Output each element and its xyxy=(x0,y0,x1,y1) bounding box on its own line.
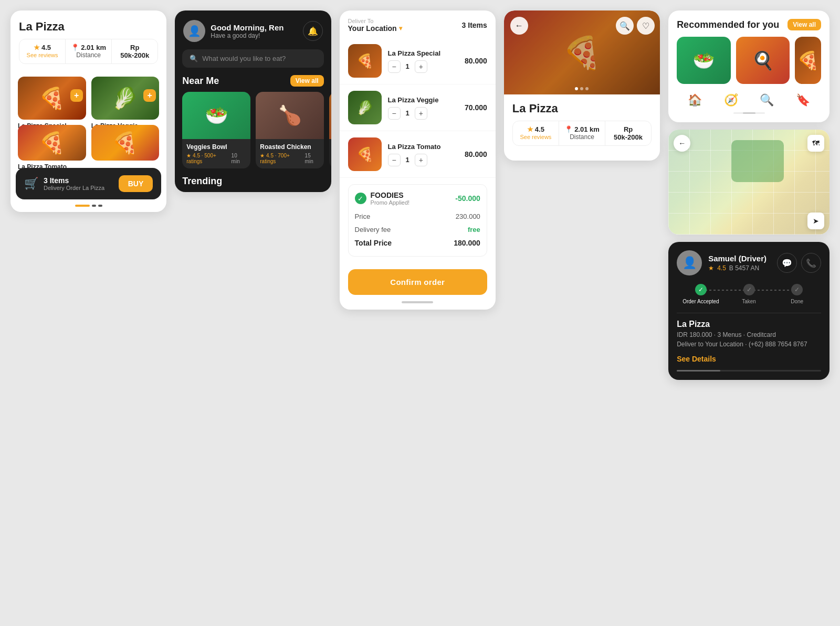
detail-distance-cell: 📍2.01 km Distance xyxy=(559,121,605,145)
nav-home[interactable]: 🏠 xyxy=(680,90,709,110)
rec-card-3[interactable]: 🍕 xyxy=(795,37,821,84)
detail-price-cell: Rp 50k-200k xyxy=(605,121,651,145)
map-layers-button[interactable]: 🗺 xyxy=(807,135,824,152)
restaurant-detail-info-bar: ★4.5 See reviews 📍2.01 km Distance Rp 50… xyxy=(512,121,652,146)
order-summary-name: La Pizza xyxy=(677,320,821,329)
promo-row: ✓ FOODIES Promo Applied! -50.000 xyxy=(355,191,480,206)
price-value: 230.000 xyxy=(456,213,480,220)
driver-info: Samuel (Driver) ★ 4.5 B 5457 AN xyxy=(708,254,771,272)
rec-card-2[interactable]: 🍳 xyxy=(736,37,790,84)
menu-card-veggie: 🥬 + La Pizza Veggie 70.000 xyxy=(91,77,160,120)
menu-header: La Pizza ★4.5 See reviews 📍2.01 km Dista… xyxy=(10,10,166,77)
qty-minus-special[interactable]: − xyxy=(388,60,401,73)
search-bar[interactable]: 🔍 What would you like to eat? xyxy=(182,49,323,68)
detail-see-reviews[interactable]: See reviews xyxy=(520,134,551,140)
qty-minus-tomato[interactable]: − xyxy=(388,154,401,166)
driver-name: Samuel (Driver) xyxy=(708,254,771,263)
qty-plus-tomato[interactable]: + xyxy=(415,154,427,166)
near-me-section-header: Near Me View all xyxy=(175,75,331,92)
qty-plus-special[interactable]: + xyxy=(415,60,427,73)
hero-pagination-dots xyxy=(575,87,589,90)
order-item-tomato: 🍕 La Pizza Tomato − 1 + 80.000 xyxy=(340,131,496,178)
step-label-accepted: Order Accepted xyxy=(682,299,719,304)
buy-button[interactable]: BUY xyxy=(119,175,153,192)
near-stars-chicken: ★ 4.5 · 700+ ratings xyxy=(260,153,304,164)
pagination-dots xyxy=(10,205,166,212)
nav-indicator-thumb xyxy=(743,112,755,114)
order-name-special: La Pizza Special xyxy=(388,49,458,57)
menu-grid: 🍕 + La Pizza Special 80.000 🥬 + La Pizza… xyxy=(10,77,166,168)
nav-compass[interactable]: 🧭 xyxy=(717,90,746,110)
promo-section: ✓ FOODIES Promo Applied! -50.000 Price 2… xyxy=(348,184,487,257)
notification-button[interactable]: 🔔 xyxy=(303,21,323,41)
qty-num-special: 1 xyxy=(406,62,410,70)
map-park-area xyxy=(731,140,784,182)
message-button[interactable]: 💬 xyxy=(777,253,797,273)
home-panel: 👤 Good Morning, Ren Have a good day! 🔔 🔍… xyxy=(175,10,331,192)
near-card-chicken[interactable]: 🍗 Roasted Chicken ★ 4.5 · 700+ ratings 1… xyxy=(256,92,324,168)
restaurant-detail-info: La Pizza ★4.5 See reviews 📍2.01 km Dista… xyxy=(504,94,660,161)
hero-search-button[interactable]: 🔍 xyxy=(616,17,634,35)
near-meta-chicken: ★ 4.5 · 700+ ratings 15 min xyxy=(260,153,320,164)
trending-title: Trending xyxy=(182,176,222,187)
see-reviews-link[interactable]: See reviews xyxy=(27,52,58,58)
near-stars-veggies: ★ 4.5 · 500+ ratings xyxy=(186,153,231,164)
recommended-view-all[interactable]: View all xyxy=(788,19,821,30)
dot-1 xyxy=(75,205,90,207)
delivery-location[interactable]: Your Location ▾ xyxy=(348,24,402,33)
menu-name-tomato: La Pizza Tomato xyxy=(18,163,86,171)
bookmark-icon: 🔖 xyxy=(796,93,810,107)
order-item-veggie: 🥬 La Pizza Veggie − 1 + 70.000 xyxy=(340,84,496,131)
map-back-button[interactable]: ← xyxy=(674,135,690,152)
hero-dot-1 xyxy=(575,87,578,90)
call-button[interactable]: 📞 xyxy=(801,253,821,273)
nav-bookmark[interactable]: 🔖 xyxy=(789,90,817,110)
qty-control-special: − 1 + xyxy=(388,60,458,73)
nav-search[interactable]: 🔍 xyxy=(752,90,781,110)
hero-back-button[interactable]: ← xyxy=(510,17,528,35)
qty-control-tomato: − 1 + xyxy=(388,154,458,166)
step-accepted: ✓ Order Accepted xyxy=(677,284,725,304)
rec-card-1[interactable]: 🥗 xyxy=(677,37,730,84)
step-circle-accepted: ✓ xyxy=(695,284,707,295)
detail-rating-cell: ★4.5 See reviews xyxy=(513,121,559,145)
map-location-button[interactable]: ➤ xyxy=(807,213,824,229)
near-card-veggies[interactable]: 🥗 Veggies Bowl ★ 4.5 · 500+ ratings 10 m… xyxy=(182,92,250,168)
near-me-title: Near Me xyxy=(182,76,219,87)
near-card-third[interactable]: 🍕 xyxy=(329,92,331,168)
greeting-main: Good Morning, Ren xyxy=(211,23,302,32)
see-details-button[interactable]: See Details xyxy=(677,355,716,363)
restaurant-detail-name: La Pizza xyxy=(512,102,652,115)
panel-scroll-bar xyxy=(677,370,821,372)
menu-card-tomato: 🍕 La Pizza Tomato xyxy=(18,125,86,161)
confirm-order-button[interactable]: Confirm order xyxy=(348,269,487,295)
greeting-sub: Have a good day! xyxy=(211,32,302,39)
near-img-third: 🍕 xyxy=(329,92,331,139)
step-circle-done: ✓ xyxy=(791,284,803,295)
near-me-view-all[interactable]: View all xyxy=(290,75,324,87)
rating-cell: ★4.5 See reviews xyxy=(19,39,66,63)
qty-num-tomato: 1 xyxy=(406,156,410,164)
driver-star-icon: ★ xyxy=(708,264,714,272)
order-image-veggie: 🥬 xyxy=(348,91,382,124)
cart-count: 3 Items xyxy=(44,176,104,185)
qty-minus-veggie[interactable]: − xyxy=(388,107,401,120)
hero-favorite-button[interactable]: ♡ xyxy=(637,17,655,35)
promo-code: FOODIES xyxy=(371,191,410,199)
detail-distance-label: Distance xyxy=(570,133,594,141)
restaurant-hero-image: 🍕 ← 🔍 ♡ xyxy=(504,10,660,94)
near-info-chicken: Roasted Chicken ★ 4.5 · 700+ ratings 15 … xyxy=(256,139,324,168)
order-details-special: La Pizza Special − 1 + xyxy=(388,49,458,73)
add-special-button[interactable]: + xyxy=(70,89,83,102)
distance-label: Distance xyxy=(76,51,101,59)
total-label: Total Price xyxy=(355,239,392,247)
price-cell: Rp 50k-200k xyxy=(112,39,158,63)
search-icon: 🔍 xyxy=(760,93,774,107)
order-summary-meta: IDR 180.000 · 3 Menus · Creditcard xyxy=(677,331,821,338)
promo-check-icon: ✓ xyxy=(355,193,366,204)
add-veggie-button[interactable]: + xyxy=(143,89,156,102)
detail-rating-value: ★4.5 xyxy=(518,125,553,133)
delivery-info: Deliver To Your Location ▾ xyxy=(348,18,402,33)
qty-plus-veggie[interactable]: + xyxy=(415,107,427,120)
menu-image-tomato: 🍕 xyxy=(18,125,86,161)
